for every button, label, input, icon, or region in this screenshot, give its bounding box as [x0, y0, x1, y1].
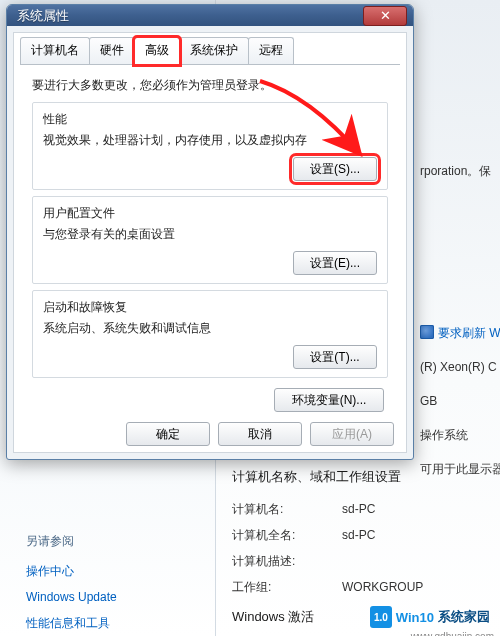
watermark: 1.0 Win10 系统家园 www.qdhuajin.com: [366, 604, 494, 630]
startup-recovery-settings-button[interactable]: 设置(T)...: [293, 345, 377, 369]
group-title: 用户配置文件: [43, 205, 377, 222]
link-performance-info[interactable]: 性能信息和工具: [26, 610, 117, 636]
info-corporation: rporation。保: [420, 160, 496, 182]
group-title: 性能: [43, 111, 377, 128]
tab-advanced[interactable]: 高级: [134, 37, 180, 65]
tabstrip: 计算机名 硬件 高级 系统保护 远程: [20, 39, 400, 65]
kv-row: 计算机全名:sd-PC: [232, 524, 490, 546]
group-desc: 系统启动、系统失败和调试信息: [43, 320, 377, 337]
see-also-heading: 另请参阅: [26, 528, 117, 554]
info-ram: GB: [420, 390, 496, 412]
group-user-profiles: 用户配置文件 与您登录有关的桌面设置 设置(E)...: [32, 196, 388, 284]
titlebar[interactable]: 系统属性 ✕: [7, 5, 413, 26]
watermark-brand1: Win10: [396, 610, 434, 625]
see-also-panel: 另请参阅 操作中心 Windows Update 性能信息和工具: [26, 528, 117, 636]
link-windows-update[interactable]: Windows Update: [26, 584, 117, 610]
kv-row: 工作组:WORKGROUP: [232, 576, 490, 598]
info-os: 操作系统: [420, 424, 496, 446]
dialog-title: 系统属性: [17, 7, 69, 25]
dialog-button-row: 确定 取消 应用(A): [20, 418, 400, 448]
apply-button[interactable]: 应用(A): [310, 422, 394, 446]
cancel-button[interactable]: 取消: [218, 422, 302, 446]
group-title: 启动和故障恢复: [43, 299, 377, 316]
system-info-right: rporation。保 要求刷新 W (R) Xeon(R) C GB 操作系统…: [420, 160, 496, 492]
user-profiles-settings-button[interactable]: 设置(E)...: [293, 251, 377, 275]
link-action-center[interactable]: 操作中心: [26, 558, 117, 584]
close-button[interactable]: ✕: [363, 6, 407, 26]
group-desc: 视觉效果，处理器计划，内存使用，以及虚拟内存: [43, 132, 377, 149]
system-properties-dialog: 系统属性 ✕ 计算机名 硬件 高级 系统保护 远程 要进行大多数更改，您必须作为…: [6, 4, 414, 460]
close-icon: ✕: [380, 9, 391, 22]
watermark-brand2: 系统家园: [438, 608, 490, 626]
admin-note: 要进行大多数更改，您必须作为管理员登录。: [32, 77, 388, 94]
refresh-rating-link[interactable]: 要求刷新 W: [420, 326, 500, 340]
group-startup-recovery: 启动和故障恢复 系统启动、系统失败和调试信息 设置(T)...: [32, 290, 388, 378]
group-desc: 与您登录有关的桌面设置: [43, 226, 377, 243]
tab-body-advanced: 要进行大多数更改，您必须作为管理员登录。 性能 视觉效果，处理器计划，内存使用，…: [20, 65, 400, 418]
kv-row: 计算机名:sd-PC: [232, 498, 490, 520]
watermark-url: www.qdhuajin.com: [411, 631, 494, 636]
performance-settings-button[interactable]: 设置(S)...: [293, 157, 377, 181]
tab-remote[interactable]: 远程: [248, 37, 294, 64]
shield-icon: [420, 325, 434, 339]
ok-button[interactable]: 确定: [126, 422, 210, 446]
watermark-logo: 1.0: [370, 606, 392, 628]
tab-computer-name[interactable]: 计算机名: [20, 37, 90, 64]
group-performance: 性能 视觉效果，处理器计划，内存使用，以及虚拟内存 设置(S)...: [32, 102, 388, 190]
section-heading: 计算机名称、域和工作组设置: [232, 468, 490, 486]
environment-variables-button[interactable]: 环境变量(N)...: [274, 388, 384, 412]
dialog-client: 计算机名 硬件 高级 系统保护 远程 要进行大多数更改，您必须作为管理员登录。 …: [13, 32, 407, 453]
info-cpu: (R) Xeon(R) C: [420, 356, 496, 378]
tab-hardware[interactable]: 硬件: [89, 37, 135, 64]
tab-system-protection[interactable]: 系统保护: [179, 37, 249, 64]
kv-row: 计算机描述:: [232, 550, 490, 572]
